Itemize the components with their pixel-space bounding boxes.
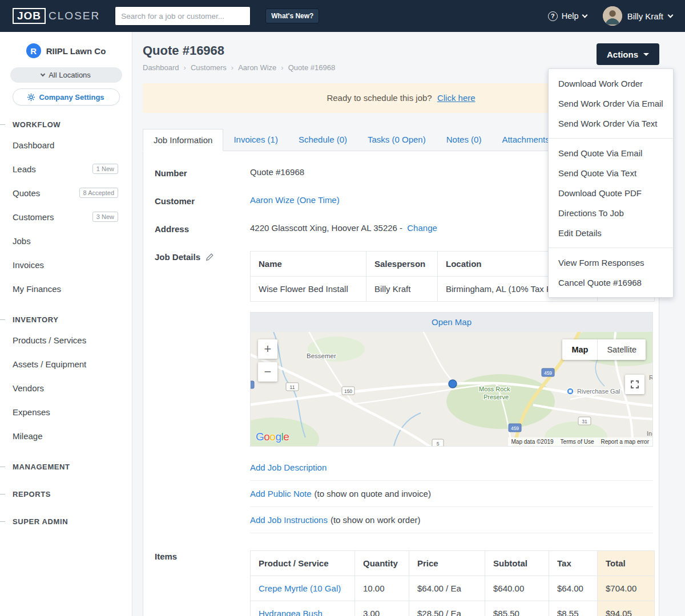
sidebar-section-reports[interactable]: REPORTS (0, 485, 132, 502)
menu-send-quote-text[interactable]: Send Quote Via Text (549, 163, 673, 183)
global-search-input[interactable] (115, 6, 251, 26)
google-logo: Google (256, 431, 289, 443)
sidebar-section-management[interactable]: MANAGEMENT (0, 458, 132, 475)
map-type-toggle: Map Satellite (562, 339, 646, 360)
breadcrumb-dashboard[interactable]: Dashboard (143, 63, 191, 72)
actions-button[interactable]: Actions (597, 43, 659, 65)
open-map-link[interactable]: Open Map (432, 317, 472, 327)
menu-send-work-order-text[interactable]: Send Work Order Via Text (549, 114, 673, 133)
quotes-badge: 8 Accepted (79, 188, 118, 198)
map-label-clipped: Ric (649, 374, 652, 381)
gear-icon (27, 94, 35, 101)
company-switcher[interactable]: R RIIPL Lawn Co (0, 43, 132, 58)
menu-edit-details[interactable]: Edit Details (549, 223, 673, 243)
app-root: JOB CLOSER What's New? ? Help Billy Kraf… (0, 0, 685, 616)
sidebar-item-dashboard[interactable]: Dashboard (0, 133, 132, 157)
add-job-instructions-suffix: (to show on work order) (331, 515, 421, 525)
breadcrumb-aaron-wize[interactable]: Aaron Wize (238, 63, 288, 72)
sidebar-item-invoices[interactable]: Invoices (0, 253, 132, 277)
sidebar-item-customers[interactable]: Customers3 New (0, 205, 132, 229)
tab-job-information[interactable]: Job Information (143, 129, 223, 151)
menu-send-work-order-email[interactable]: Send Work Order Via Email (549, 94, 673, 114)
section-label: SUPER ADMIN (13, 517, 68, 526)
breadcrumb-customers[interactable]: Customers (191, 63, 238, 72)
help-menu[interactable]: ? Help (548, 11, 587, 21)
banner-click-here-link[interactable]: Click here (437, 93, 476, 103)
company-settings-button[interactable]: Company Settings (13, 88, 120, 106)
avatar (603, 6, 622, 26)
sidebar-item-mileage[interactable]: Mileage (0, 424, 132, 448)
menu-download-work-order[interactable]: Download Work Order (549, 74, 673, 94)
chevron-down-icon (582, 12, 587, 18)
fullscreen-button[interactable] (625, 375, 644, 394)
menu-directions-to-job[interactable]: Directions To Job (549, 203, 673, 223)
map-label-riverchase: Riverchase Gal (577, 388, 620, 395)
svg-text:459: 459 (544, 370, 552, 376)
sidebar-section-workflow[interactable]: WORKFLOW (0, 116, 132, 133)
sidebar-item-assets-equipment[interactable]: Assets / Equipment (0, 352, 132, 376)
zoom-out-button[interactable]: − (258, 362, 277, 382)
sidebar-item-jobs[interactable]: Jobs (0, 229, 132, 253)
actions-wrap: Actions Download Work Order Send Work Or… (597, 43, 659, 65)
item-row: Crepe Myrtle (10 Gal) 10.00 $64.00 / Ea … (251, 576, 655, 601)
customer-link[interactable]: Aaron Wize (One Time) (250, 195, 340, 205)
add-job-description-link[interactable]: Add Job Description (250, 463, 327, 472)
item-product-link[interactable]: Hydrangea Bush (259, 609, 323, 616)
section-label: INVENTORY (13, 315, 59, 324)
section-dash (0, 521, 5, 522)
map-view-button[interactable]: Map (562, 339, 597, 360)
address-change-link[interactable]: Change (407, 223, 437, 233)
add-job-instructions-link[interactable]: Add Job Instructions (250, 515, 328, 525)
report-map-error-link[interactable]: Report a map error (601, 439, 649, 445)
sidebar-item-products-services[interactable]: Products / Services (0, 328, 132, 352)
item-subtotal: $640.00 (485, 576, 549, 601)
menu-view-form-responses[interactable]: View Form Responses (549, 253, 673, 273)
add-public-note-row: Add Public Note(to show on quote and inv… (250, 481, 653, 507)
tab-tasks[interactable]: Tasks (0 Open) (357, 129, 436, 151)
leads-badge: 1 New (92, 164, 118, 174)
add-public-note-link[interactable]: Add Public Note (250, 489, 312, 499)
section-label: MANAGEMENT (13, 463, 70, 471)
breadcrumb: Dashboard Customers Aaron Wize Quote #16… (143, 63, 335, 72)
item-total: $704.00 (598, 576, 655, 601)
sidebar-item-expenses[interactable]: Expenses (0, 400, 132, 424)
sidebar-item-vendors[interactable]: Vendors (0, 376, 132, 400)
item-quantity: 3.00 (355, 601, 409, 616)
col-product-service: Product / Service (251, 551, 355, 576)
menu-send-quote-email[interactable]: Send Quote Via Email (549, 143, 673, 163)
terms-of-use-link[interactable]: Terms of Use (561, 439, 594, 445)
sidebar-item-my-finances[interactable]: My Finances (0, 277, 132, 301)
tab-notes[interactable]: Notes (0) (436, 129, 492, 151)
section-dash (0, 494, 5, 495)
tab-schedule[interactable]: Schedule (0) (288, 129, 357, 151)
location-filter-dropdown[interactable]: All Locations (10, 67, 122, 83)
item-product-link[interactable]: Crepe Myrtle (10 Gal) (259, 583, 341, 593)
help-label: Help (562, 11, 579, 21)
pencil-icon[interactable] (206, 253, 213, 261)
zoom-in-button[interactable]: + (258, 339, 277, 359)
items-table: Product / Service Quantity Price Subtota… (250, 550, 655, 616)
address-label: Address (155, 223, 250, 234)
sidebar-item-quotes[interactable]: Quotes8 Accepted (0, 181, 132, 205)
company-logo-icon: R (26, 43, 41, 58)
sidebar: R RIIPL Lawn Co All Locations Company Se… (0, 32, 132, 616)
whats-new-button[interactable]: What's New? (265, 9, 319, 23)
map-canvas[interactable]: 11 150 459 459 31 (251, 332, 652, 446)
col-subtotal: Subtotal (485, 551, 549, 576)
sidebar-nav: WORKFLOW Dashboard Leads1 New Quotes8 Ac… (0, 116, 132, 530)
chevron-down-icon (668, 12, 674, 18)
menu-download-quote-pdf[interactable]: Download Quote PDF (549, 183, 673, 203)
app-logo[interactable]: JOB CLOSER (13, 8, 100, 24)
sidebar-section-inventory[interactable]: INVENTORY (0, 311, 132, 328)
menu-cancel-quote[interactable]: Cancel Quote #16968 (549, 273, 673, 293)
section-dash (0, 319, 5, 320)
tab-invoices[interactable]: Invoices (1) (223, 129, 288, 151)
svg-text:150: 150 (344, 388, 352, 394)
col-salesperson: Salesperson (366, 252, 438, 277)
sidebar-item-leads[interactable]: Leads1 New (0, 157, 132, 181)
svg-text:31: 31 (582, 419, 587, 424)
section-dash (0, 467, 5, 467)
sidebar-section-super-admin[interactable]: SUPER ADMIN (0, 513, 132, 530)
user-menu[interactable]: Billy Kraft (603, 6, 672, 26)
satellite-view-button[interactable]: Satellite (597, 339, 646, 360)
